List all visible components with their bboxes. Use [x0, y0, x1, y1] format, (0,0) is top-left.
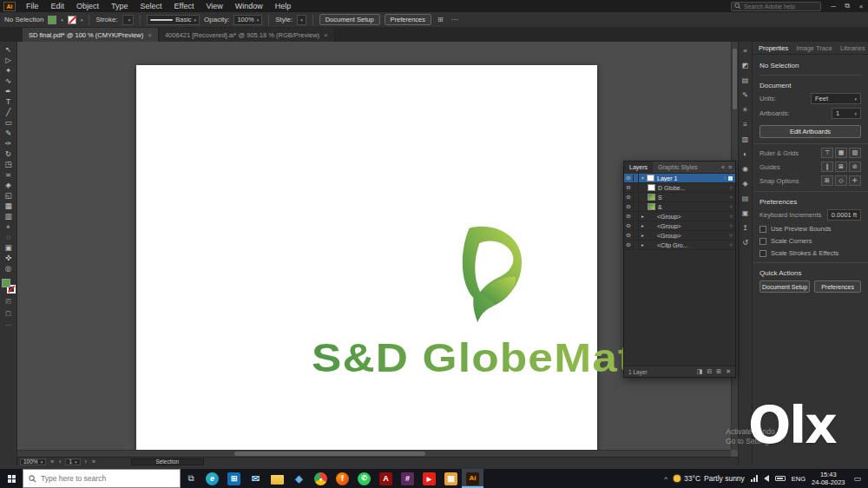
sheets-icon[interactable]: ▤ [440, 469, 462, 488]
chrome-icon[interactable]: ● [310, 469, 332, 488]
layer-row-clip-group[interactable]: ⊙ ▸ <Clip Gro... ○ [624, 241, 735, 250]
edit-artboards-button[interactable]: Edit Artboards [760, 125, 861, 138]
snap-to-grid-icon[interactable]: ⊞ [821, 175, 833, 186]
target-icon[interactable]: ○ [729, 204, 733, 209]
layer-row-item[interactable]: ⊙ & ○ [624, 202, 735, 212]
shape-builder-tool-icon[interactable]: ◱ [2, 191, 16, 201]
layer-row-item[interactable]: ⊙ S ○ [624, 193, 735, 202]
tab-libraries[interactable]: Libraries [840, 44, 865, 52]
snap-to-point-icon[interactable]: ◇ [835, 175, 847, 186]
more-options-icon[interactable]: ⋯ [450, 16, 460, 23]
new-sublayer-icon[interactable]: ⊟ [707, 368, 712, 375]
lock-column[interactable] [634, 193, 639, 201]
whatsapp-icon[interactable]: ✆ [353, 469, 375, 488]
taskbar-search-input[interactable] [41, 474, 174, 483]
layer-row-group[interactable]: ⊙ ▸ <Group> ○ [624, 231, 735, 241]
panel-menu-icon[interactable]: ≡ [728, 164, 732, 170]
close-tab-icon[interactable]: × [324, 31, 328, 39]
visibility-toggle-icon[interactable]: ⊙ [624, 241, 634, 248]
expand-icon[interactable]: ▸ [639, 214, 647, 219]
transparency-panel-icon[interactable]: ◐ [740, 149, 752, 159]
acrobat-icon[interactable]: A [375, 469, 397, 488]
visibility-toggle-icon[interactable]: ⊙ [624, 194, 634, 201]
close-button[interactable]: × [854, 0, 868, 12]
fill-swatch[interactable] [48, 16, 56, 24]
show-guides-icon[interactable]: ∥ [821, 162, 833, 172]
notification-center-icon[interactable]: ▭ [851, 474, 864, 483]
expand-icon[interactable]: ▸ [639, 233, 647, 238]
layer-row-layer1[interactable]: ⊙ ▾ Layer 1 ○ [624, 174, 735, 183]
layer-row-group[interactable]: ⊙ ▸ <Group> ○ [624, 221, 735, 231]
appearance-panel-icon[interactable]: ◉ [740, 164, 752, 174]
transparency-grid-icon[interactable]: ▧ [849, 148, 861, 158]
scale-corners-checkbox[interactable] [760, 238, 766, 245]
start-button[interactable] [0, 469, 23, 488]
menu-select[interactable]: Select [135, 0, 168, 12]
graphic-styles-panel-icon[interactable]: ◈ [740, 179, 752, 188]
target-icon[interactable]: ○ [729, 195, 733, 200]
visibility-toggle-icon[interactable]: ⊙ [624, 222, 634, 229]
show-grid-icon[interactable]: ▦ [835, 148, 847, 158]
network-icon[interactable] [751, 475, 758, 482]
menu-file[interactable]: File [20, 0, 45, 12]
quick-preferences-button[interactable]: Preferences [814, 280, 861, 293]
color-panel-icon[interactable]: ◩ [740, 61, 752, 70]
target-icon[interactable]: ○ [729, 233, 733, 238]
close-tab-icon[interactable]: × [148, 31, 152, 39]
document-tab-inactive[interactable]: 4006421 [Recovered].ai* @ 905.18 % (RGB/… [159, 28, 335, 42]
units-dropdown[interactable]: Feet▾ [811, 93, 861, 104]
file-explorer-icon[interactable] [266, 469, 288, 488]
lock-column[interactable] [634, 183, 639, 192]
quick-document-setup-button[interactable]: Document Setup [760, 280, 810, 293]
stroke-swatch[interactable] [68, 16, 76, 24]
document-setup-button[interactable]: Document Setup [319, 14, 380, 25]
pen-tool-icon[interactable]: ✒ [2, 87, 16, 96]
lock-column[interactable] [634, 202, 639, 211]
tab-layers[interactable]: Layers [624, 162, 653, 174]
show-rulers-icon[interactable]: ⊤ [821, 148, 833, 158]
horizontal-scrollbar[interactable] [17, 450, 731, 457]
slack-icon[interactable]: # [397, 469, 418, 488]
gradient-tool-icon[interactable]: ▥ [2, 212, 16, 221]
visibility-toggle-icon[interactable]: ⊙ [624, 184, 634, 191]
layer-row-group[interactable]: ⊙ ▸ <Group> ○ [624, 212, 735, 221]
target-icon[interactable]: ○ [729, 185, 733, 190]
volume-icon[interactable] [764, 475, 769, 482]
width-tool-icon[interactable]: ≍ [2, 170, 16, 180]
collapse-panel-icon[interactable]: « [721, 164, 725, 170]
previous-artboard-icon[interactable]: ‹ [58, 458, 62, 465]
artboards-count-field[interactable]: 1▾ [832, 108, 861, 119]
photos-icon[interactable]: ◈ [288, 469, 310, 488]
gradient-panel-icon[interactable]: ▥ [740, 135, 752, 144]
direct-selection-tool-icon[interactable]: ▷ [2, 56, 16, 65]
blend-tool-icon[interactable]: ◌ [2, 233, 16, 242]
restore-button[interactable]: ⧉ [840, 0, 854, 12]
artboard-tool-icon[interactable]: ▣ [2, 243, 16, 253]
tab-image-trace[interactable]: Image Trace [796, 44, 832, 52]
style-dropdown[interactable]: ▾ [297, 15, 306, 25]
task-view-icon[interactable]: ⧉ [181, 469, 201, 488]
mail-icon[interactable]: ✉ [245, 469, 266, 488]
edge-icon[interactable]: e [201, 469, 223, 488]
toolbar-fill-swatch[interactable] [2, 279, 10, 287]
help-search-input[interactable] [744, 3, 818, 10]
selection-tool-icon[interactable]: ↖ [2, 45, 16, 55]
first-artboard-icon[interactable]: « [49, 458, 55, 465]
target-icon[interactable]: ○ [729, 214, 733, 219]
paintbrush-tool-icon[interactable]: ✎ [2, 129, 16, 138]
magic-wand-tool-icon[interactable]: ✦ [2, 66, 16, 76]
tray-expand-icon[interactable]: ^ [664, 475, 667, 483]
battery-icon[interactable] [775, 476, 786, 481]
rectangle-tool-icon[interactable]: ▭ [2, 118, 16, 128]
free-transform-tool-icon[interactable]: ◈ [2, 181, 16, 190]
visibility-toggle-icon[interactable]: ⊙ [624, 213, 634, 220]
symbols-panel-icon[interactable]: ✳ [740, 105, 752, 115]
swatches-panel-icon[interactable]: ▤ [740, 76, 752, 85]
brushes-panel-icon[interactable]: ✎ [740, 90, 752, 100]
artboard-navigation-dropdown[interactable]: 1▾ [65, 458, 80, 465]
make-clipping-mask-icon[interactable]: ◨ [697, 368, 703, 375]
type-tool-icon[interactable]: T [2, 97, 16, 107]
brush-dropdown[interactable]: Basic▾ [147, 15, 200, 25]
tab-properties[interactable]: Properties [759, 44, 788, 52]
layers-panel-icon[interactable]: ▤ [740, 194, 752, 203]
